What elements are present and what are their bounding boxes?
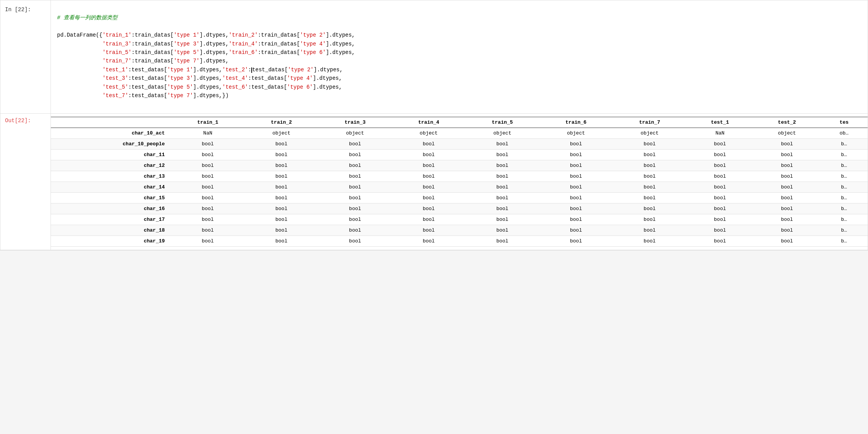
cell-char_17-9: b… [821,214,868,225]
cell-char_12-8: bool [754,160,821,171]
code-line-5: 'test_1':test_datas['type 1'].dtypes,'te… [57,67,343,73]
cell-char_13-5: bool [539,171,613,182]
table-body: char_10_actNaNobjectobjectobjectobjectob… [51,128,868,246]
cell-char_10_act-5: object [539,128,613,138]
cell-char_13-9: b… [821,171,868,182]
cell-char_10_act-9: ob… [821,128,868,138]
output-table: train_1 train_2 train_3 train_4 train_5 … [51,117,868,247]
code-line-3: 'train_5':train_datas['type 5'].dtypes,'… [57,49,355,56]
cell-char_10_people-3: bool [392,138,466,149]
header-row: train_1 train_2 train_3 train_4 train_5 … [51,117,868,128]
cell-char_13-2: bool [318,171,392,182]
input-label: In [22]: [0,0,50,113]
cell-char_17-6: bool [613,214,686,225]
cell-char_15-4: bool [466,192,539,203]
cell-char_10_people-6: bool [613,138,686,149]
cell-char_10_people-5: bool [539,138,613,149]
cell-char_11-7: bool [686,149,754,160]
cell-char_17-0: bool [171,214,245,225]
cell-char_13-0: bool [171,171,245,182]
col-train2: train_2 [245,117,318,128]
cell-char_16-7: bool [686,203,754,214]
row-header-char_10_people: char_10_people [51,138,171,149]
cell-char_12-1: bool [245,160,318,171]
cell-char_15-5: bool [539,192,613,203]
cell-char_10_act-2: object [318,128,392,138]
code-line-8: 'test_7':test_datas['type 7'].dtypes,}) [57,93,229,99]
code-line-4: 'train_7':train_datas['type 7'].dtypes, [57,58,229,64]
row-header-char_13: char_13 [51,171,171,182]
table-row: char_13boolboolboolboolboolboolboolboolb… [51,171,868,182]
cell-char_18-3: bool [392,225,466,236]
cell-char_16-4: bool [466,203,539,214]
cell-char_12-4: bool [466,160,539,171]
cell-char_19-3: bool [392,236,466,246]
cell-char_15-6: bool [613,192,686,203]
table-row: char_17boolboolboolboolboolboolboolboolb… [51,214,868,225]
col-train7: train_7 [613,117,686,128]
cell-char_10_people-8: bool [754,138,821,149]
cell-char_19-5: bool [539,236,613,246]
cell-char_10_act-6: object [613,128,686,138]
cell-char_14-1: bool [245,182,318,192]
output-label: Out[22]: [0,114,50,250]
cell-char_19-0: bool [171,236,245,246]
col-index [51,117,171,128]
cell-char_12-0: bool [171,160,245,171]
cell-char_19-7: bool [686,236,754,246]
cell-char_15-1: bool [245,192,318,203]
cell-char_11-2: bool [318,149,392,160]
cell-char_16-0: bool [171,203,245,214]
cell-char_15-8: bool [754,192,821,203]
row-header-char_19: char_19 [51,236,171,246]
cell-char_12-2: bool [318,160,392,171]
cell-char_10_people-1: bool [245,138,318,149]
code-line-2: 'train_3':train_datas['type 3'].dtypes,'… [57,41,355,47]
table-row: char_16boolboolboolboolboolboolboolboolb… [51,203,868,214]
code-block: # 查看每一列的数据类型 pd.DataFrame({'train_1':tra… [57,5,861,109]
cell-char_16-1: bool [245,203,318,214]
cell-char_19-9: b… [821,236,868,246]
cell-char_18-4: bool [466,225,539,236]
cell-char_10_people-9: b… [821,138,868,149]
cell-char_19-8: bool [754,236,821,246]
cell-char_17-3: bool [392,214,466,225]
cell-char_14-6: bool [613,182,686,192]
cell-char_12-5: bool [539,160,613,171]
cell-char_18-1: bool [245,225,318,236]
cell-char_18-9: b… [821,225,868,236]
cell-char_10_people-2: bool [318,138,392,149]
cell-char_11-9: b… [821,149,868,160]
cell-char_14-2: bool [318,182,392,192]
cell-char_19-2: bool [318,236,392,246]
cell-char_17-5: bool [539,214,613,225]
code-line-6: 'test_3':test_datas['type 3'].dtypes,'te… [57,75,342,81]
cell-char_10_people-4: bool [466,138,539,149]
row-header-char_15: char_15 [51,192,171,203]
cell-char_11-0: bool [171,149,245,160]
col-test1: test_1 [686,117,754,128]
row-header-char_12: char_12 [51,160,171,171]
col-train5: train_5 [466,117,539,128]
table-row: char_19boolboolboolboolboolboolboolboolb… [51,236,868,246]
cell-char_13-1: bool [245,171,318,182]
cell-char_11-1: bool [245,149,318,160]
cell-char_10_people-7: bool [686,138,754,149]
cell-char_17-8: bool [754,214,821,225]
cell-char_15-9: b… [821,192,868,203]
cell-char_19-1: bool [245,236,318,246]
cell-char_19-6: bool [613,236,686,246]
cell-char_15-2: bool [318,192,392,203]
row-header-char_11: char_11 [51,149,171,160]
col-train3: train_3 [318,117,392,128]
table-row: char_12boolboolboolboolboolboolboolboolb… [51,160,868,171]
cell-char_16-3: bool [392,203,466,214]
cell-char_12-7: bool [686,160,754,171]
table-row: char_18boolboolboolboolboolboolboolboolb… [51,225,868,236]
table-row: char_10_actNaNobjectobjectobjectobjectob… [51,128,868,138]
col-tes-ellipsis: tes [821,117,868,128]
code-line-7: 'test_5':test_datas['type 5'].dtypes,'te… [57,84,342,90]
row-header-char_17: char_17 [51,214,171,225]
cell-char_14-0: bool [171,182,245,192]
cell-char_11-3: bool [392,149,466,160]
